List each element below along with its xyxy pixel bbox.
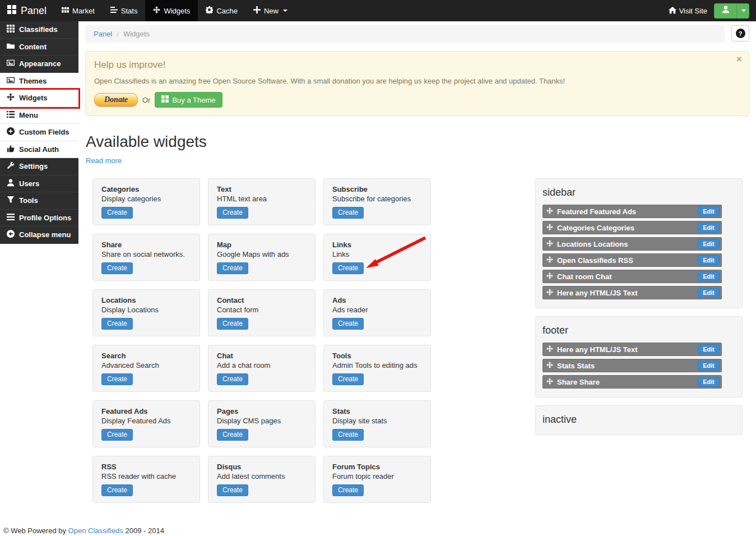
sidebar-item-menu[interactable]: Menu xyxy=(0,107,78,124)
user-button[interactable] xyxy=(714,3,736,19)
widget-card-title: Search xyxy=(101,352,191,360)
edit-widget-button[interactable]: Edit xyxy=(698,361,720,371)
widget-card-description: HTML text area xyxy=(217,195,307,203)
buy-theme-button[interactable]: Buy a Theme xyxy=(155,92,222,108)
placed-widget-bar[interactable]: Stats Stats Edit xyxy=(542,359,722,372)
create-widget-button[interactable]: Create xyxy=(332,484,364,496)
edit-widget-button[interactable]: Edit xyxy=(698,271,720,281)
widget-card-description: Display CMS pages xyxy=(217,417,307,425)
create-widget-button[interactable]: Create xyxy=(332,262,364,274)
nav-item-new[interactable]: New xyxy=(245,0,295,21)
main-content: Panel / Widgets ? × Help us improve! Ope… xyxy=(78,21,756,503)
sidebar-item-profile-options[interactable]: Profile Options xyxy=(0,210,78,227)
create-widget-button[interactable]: Create xyxy=(217,484,248,496)
edit-widget-button[interactable]: Edit xyxy=(698,344,720,354)
placed-widget-label: Chat room Chat xyxy=(557,272,694,281)
placed-widget-bar[interactable]: Share Share Edit xyxy=(542,375,722,389)
placed-widget-bar[interactable]: Here any HTML/JS Text Edit xyxy=(542,286,722,299)
widget-card-chat: Chat Add a chat room Create xyxy=(208,345,316,392)
breadcrumb-panel-link[interactable]: Panel xyxy=(94,30,112,38)
nav-item-widgets[interactable]: Widgets xyxy=(145,0,198,21)
sidebar-item-tools[interactable]: Tools xyxy=(0,192,78,210)
sidebar-item-label: Social Auth xyxy=(19,145,59,154)
nav-item-cache[interactable]: Cache xyxy=(198,0,245,21)
placed-widget-label: Here any HTML/JS Text xyxy=(557,289,694,297)
move-icon xyxy=(546,239,553,249)
picture-icon xyxy=(7,76,15,86)
placed-widget-bar[interactable]: Locations Locations Edit xyxy=(542,237,722,251)
sidebar-item-social-auth[interactable]: Social Auth xyxy=(0,141,78,159)
sidebar-item-custom-fields[interactable]: Custom Fields xyxy=(0,124,78,141)
stats-icon xyxy=(110,6,118,15)
placed-widget-bar[interactable]: Here any HTML/JS Text Edit xyxy=(542,343,722,356)
grid-icon xyxy=(7,25,15,34)
create-widget-button[interactable]: Create xyxy=(217,429,248,441)
widget-card-title: Text xyxy=(217,185,307,193)
placed-widget-bar[interactable]: Featured Featured Ads Edit xyxy=(542,205,722,218)
sidebar-item-content[interactable]: Content xyxy=(0,39,78,56)
nav-item-market[interactable]: Market xyxy=(54,0,103,21)
edit-widget-button[interactable]: Edit xyxy=(698,223,720,233)
placed-widget-label: Share Share xyxy=(557,378,694,386)
create-widget-button[interactable]: Create xyxy=(332,429,364,441)
nav-item-stats[interactable]: Stats xyxy=(103,0,146,21)
sidebar-item-appearance[interactable]: Appearance xyxy=(0,56,78,73)
content-row: Categories Display categories Create Tex… xyxy=(85,178,749,503)
zone-title: inactive xyxy=(542,414,735,426)
widget-card-stats: Stats Display site stats Create xyxy=(323,400,431,447)
placed-widget-bar[interactable]: Open Classifieds RSS Edit xyxy=(542,253,722,267)
visit-site-link[interactable]: Visit Site xyxy=(669,6,707,16)
user-dropdown-toggle[interactable] xyxy=(736,3,749,19)
sidebar-item-label: Appearance xyxy=(19,59,61,68)
page-footer: © Web Powered by Open Classifieds 2009 -… xyxy=(0,526,756,535)
theme-grid-icon xyxy=(161,95,169,104)
placed-widget-bar[interactable]: Categories Categories Edit xyxy=(542,221,722,234)
create-widget-button[interactable]: Create xyxy=(101,373,133,385)
sidebar-item-widgets[interactable]: Widgets xyxy=(0,90,78,107)
create-widget-button[interactable]: Create xyxy=(101,207,133,219)
help-button[interactable]: ? xyxy=(731,25,749,41)
create-widget-button[interactable]: Create xyxy=(217,318,248,330)
move-icon xyxy=(546,206,553,216)
create-widget-button[interactable]: Create xyxy=(101,262,133,274)
market-icon xyxy=(62,6,69,15)
sidebar-item-label: Tools xyxy=(19,196,38,205)
sidebar-item-classifieds[interactable]: Classifieds xyxy=(0,21,78,39)
placed-widget-bar[interactable]: Chat room Chat Edit xyxy=(542,270,722,283)
create-widget-button[interactable]: Create xyxy=(332,318,364,330)
edit-widget-button[interactable]: Edit xyxy=(698,377,720,387)
widget-card-description: Forum topic reader xyxy=(332,472,422,480)
sidebar-item-collapse-menu[interactable]: Collapse menu xyxy=(0,227,78,244)
nav-item-label: New xyxy=(264,7,279,15)
read-more-link[interactable]: Read more xyxy=(85,156,122,165)
edit-widget-button[interactable]: Edit xyxy=(698,239,720,249)
sidebar-item-users[interactable]: Users xyxy=(0,175,78,193)
create-widget-button[interactable]: Create xyxy=(101,318,133,330)
move-icon xyxy=(546,255,553,265)
open-classifieds-link[interactable]: Open Classifieds xyxy=(68,526,123,535)
widget-card-title: RSS xyxy=(101,463,191,471)
widget-card-title: Categories xyxy=(101,185,191,193)
edit-widget-button[interactable]: Edit xyxy=(698,288,720,298)
create-widget-button[interactable]: Create xyxy=(332,373,364,385)
close-icon[interactable]: × xyxy=(736,54,742,65)
create-widget-button[interactable]: Create xyxy=(332,207,364,219)
create-widget-button[interactable]: Create xyxy=(217,373,248,385)
brand-panel[interactable]: Panel xyxy=(0,0,54,21)
edit-widget-button[interactable]: Edit xyxy=(698,255,720,265)
create-widget-button[interactable]: Create xyxy=(101,429,133,441)
donation-alert: × Help us improve! Open Classifieds is a… xyxy=(85,51,749,116)
create-widget-button[interactable]: Create xyxy=(101,484,133,496)
widget-card-description: Display categories xyxy=(101,195,191,203)
caret-down-icon xyxy=(283,10,287,12)
donate-button[interactable]: Donate xyxy=(94,93,138,107)
widget-card-featured-ads: Featured Ads Display Featured Ads Create xyxy=(92,400,200,447)
create-widget-button[interactable]: Create xyxy=(217,207,248,219)
arrow-left-circle-icon xyxy=(7,230,15,239)
create-widget-button[interactable]: Create xyxy=(217,262,248,274)
sidebar-item-settings[interactable]: Settings xyxy=(0,158,78,175)
widget-card-description: Subscribe for categories xyxy=(332,195,422,203)
edit-widget-button[interactable]: Edit xyxy=(698,206,720,216)
sidebar-item-themes[interactable]: Themes xyxy=(0,73,78,90)
widget-card-title: Featured Ads xyxy=(101,407,191,415)
